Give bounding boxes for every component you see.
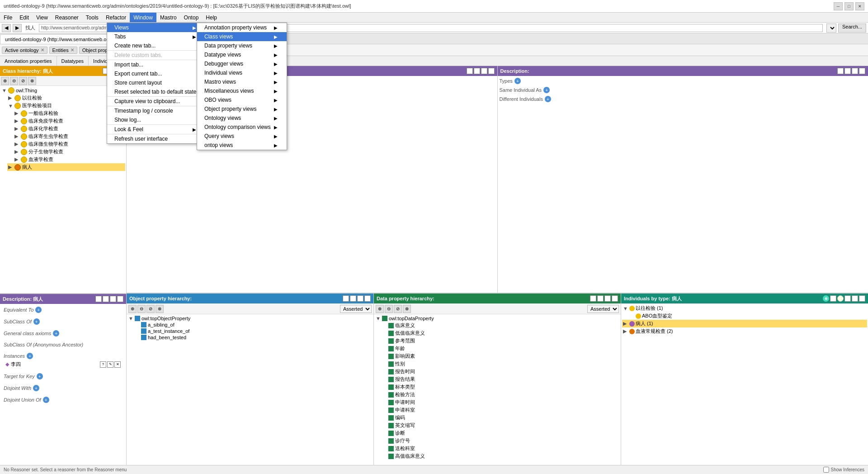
dph-item-songjian[interactable]: 送检科室: [381, 445, 620, 452]
bd-btn-3[interactable]: □: [110, 296, 116, 302]
dph-item-xingbie[interactable]: 性别: [381, 360, 620, 368]
tree-settings-btn[interactable]: ⊗: [28, 77, 36, 85]
dph-item-yingwensuo[interactable]: 英文缩写: [381, 422, 620, 429]
dph-btn-4[interactable]: ✕: [612, 295, 618, 302]
menu-edit[interactable]: Edit: [16, 13, 33, 22]
inst-edit[interactable]: ✎: [107, 361, 113, 368]
dph-item-jianyanfangfa[interactable]: 检验方法: [381, 391, 620, 398]
oph-btn-3[interactable]: □: [357, 295, 363, 302]
oph-settings[interactable]: ⊗: [156, 305, 164, 313]
ia-btn-4[interactable]: ✕: [488, 68, 495, 74]
dph-btn-3[interactable]: □: [604, 295, 611, 302]
neg-obj-property-assertions-add[interactable]: +: [208, 105, 214, 111]
subtab-object-props[interactable]: Object properties: [122, 56, 169, 66]
tree-item-bingren[interactable]: ▶ 病人: [7, 163, 125, 171]
menu-file[interactable]: File: [0, 13, 16, 22]
duo-add[interactable]: +: [43, 397, 49, 403]
dph-item-shenqingshijian[interactable]: 申请时间: [381, 398, 620, 406]
tree-item-jisheng[interactable]: ▶ 临床寄生虫学检查: [14, 133, 125, 140]
dph-item-gaozhi[interactable]: 高值临床意义: [381, 452, 620, 460]
tree-item-yixue[interactable]: ▼ 医学检验项目: [7, 102, 125, 109]
tree-item-yiban[interactable]: ▶ 一般临床检验: [14, 109, 125, 117]
oph-btn-2[interactable]: −: [350, 295, 356, 302]
back-button[interactable]: ◀: [2, 24, 11, 32]
ibt-btn-2[interactable]: ✕: [830, 295, 836, 302]
oph-item-test-instance[interactable]: a_test_instance_of: [134, 328, 373, 334]
inst-info[interactable]: ?: [100, 361, 106, 368]
oph-btn-4[interactable]: ✕: [364, 295, 371, 302]
instances-add[interactable]: +: [27, 353, 33, 359]
desc-btn-3[interactable]: □: [852, 68, 858, 74]
entities-close[interactable]: ✕: [71, 47, 74, 52]
dph-item-zhenliaohao[interactable]: 诊疗号: [381, 437, 620, 445]
menu-refactor[interactable]: Refactor: [102, 13, 130, 22]
ibt-btn-6[interactable]: ✕: [859, 295, 865, 302]
dph-item-yingxiang[interactable]: 影响因素: [381, 352, 620, 360]
dph-item-linchuangyiyi[interactable]: 临床意义: [381, 322, 620, 329]
dph-item-baogaojieguo[interactable]: 报告结果: [381, 375, 620, 383]
bd-btn-4[interactable]: ✕: [117, 296, 123, 302]
same-individual-add[interactable]: +: [543, 87, 550, 93]
dw-add[interactable]: +: [33, 385, 39, 391]
dph-filter[interactable]: ⊘: [394, 305, 402, 313]
menu-reasoner[interactable]: Reasoner: [52, 13, 82, 22]
equiv-add[interactable]: +: [35, 307, 42, 313]
ibt-btn-5[interactable]: □: [852, 295, 858, 302]
tab-close-icon[interactable]: ✕: [114, 37, 118, 42]
tree-filter-btn[interactable]: ⊘: [19, 77, 27, 85]
property-assertions-add[interactable]: +: [173, 78, 179, 84]
tree-item-linchuanghuaxue[interactable]: ▶ 临床化学检查: [14, 125, 125, 133]
ibt-item-xueyechang[interactable]: ▶ 血液常规检查 (2): [622, 327, 867, 335]
ia-btn-3[interactable]: □: [481, 68, 487, 74]
obj-property-assertions-add[interactable]: +: [188, 96, 194, 102]
dph-btn-2[interactable]: −: [597, 295, 604, 302]
neg-property-assertions-add[interactable]: +: [193, 87, 200, 93]
active-ontology-tag[interactable]: Active ontology ✕: [2, 47, 47, 54]
dph-item-dizhi[interactable]: 低值临床意义: [381, 329, 620, 337]
dph-item-nianling[interactable]: 年龄: [381, 345, 620, 352]
menu-help[interactable]: Help: [202, 13, 221, 22]
ibt-item-abo[interactable]: ABO血型鉴定: [628, 312, 867, 320]
subtab-datatypes[interactable]: Datatypes: [57, 56, 89, 66]
oph-asserted-select[interactable]: Asserted: [340, 305, 372, 313]
dph-settings[interactable]: ⊗: [403, 305, 411, 313]
tree-expand-btn[interactable]: ⊕: [1, 77, 9, 85]
ibt-item-bingren[interactable]: ▶ 病人 (1): [622, 320, 867, 327]
main-tab[interactable]: untitled-ontology-9 (http://www.semantic…: [0, 34, 123, 44]
panel-btn-1[interactable]: □: [103, 68, 109, 74]
forward-button[interactable]: ▶: [13, 24, 22, 32]
oph-item-top[interactable]: ▼ owl:topObjectProperty: [127, 315, 373, 322]
subtab-annotation[interactable]: Annotation properties: [0, 56, 57, 66]
tree-item-fenzishengwu[interactable]: ▶ 分子生物学检查: [14, 148, 125, 156]
gca-add[interactable]: +: [53, 330, 59, 337]
oph-item-had-been[interactable]: had_been_tested: [134, 334, 373, 341]
dph-item-top[interactable]: ▼ owl:topDataProperty: [375, 315, 620, 322]
subtab-data-props[interactable]: Data properties: [169, 56, 212, 66]
ia-btn-1[interactable]: ⊞: [467, 68, 473, 74]
subtab-individuals[interactable]: Individuals: [89, 56, 122, 66]
bd-btn-2[interactable]: −: [103, 296, 109, 302]
instance-lisi[interactable]: ◆ 李四 ? ✎ ✕: [2, 360, 124, 369]
menu-mastro[interactable]: Mastro: [156, 13, 180, 22]
dph-item-zhenduan[interactable]: 诊断: [381, 429, 620, 437]
data-property-assertions-add[interactable]: +: [184, 114, 191, 120]
object-properties-close[interactable]: ✕: [122, 47, 125, 52]
dph-item-cankao[interactable]: 参考范围: [381, 337, 620, 345]
ia-btn-2[interactable]: −: [474, 68, 480, 74]
panel-btn-3[interactable]: ✕: [117, 68, 123, 74]
subclass-add[interactable]: +: [33, 318, 40, 325]
object-properties-tag[interactable]: Object properties ✕: [79, 47, 129, 54]
tree-item-yiwang[interactable]: ▶ 以往检验: [7, 94, 125, 102]
search-dropdown[interactable]: [826, 24, 836, 33]
diff-individuals-add[interactable]: +: [545, 96, 551, 102]
ibt-btn-3[interactable]: ★: [837, 295, 844, 302]
dph-expand[interactable]: ⊕: [376, 305, 384, 313]
oph-collapse[interactable]: ⊖: [137, 305, 146, 313]
menu-tools[interactable]: Tools: [82, 13, 102, 22]
tree-item-weisheng[interactable]: ▶ 临床微生物学检查: [14, 140, 125, 148]
desc-btn-2[interactable]: −: [844, 68, 851, 74]
show-inferences-checkbox[interactable]: [823, 467, 829, 473]
dph-collapse[interactable]: ⊖: [385, 305, 393, 313]
active-ontology-close[interactable]: ✕: [41, 47, 44, 52]
dph-btn-1[interactable]: ⊞: [590, 295, 596, 302]
